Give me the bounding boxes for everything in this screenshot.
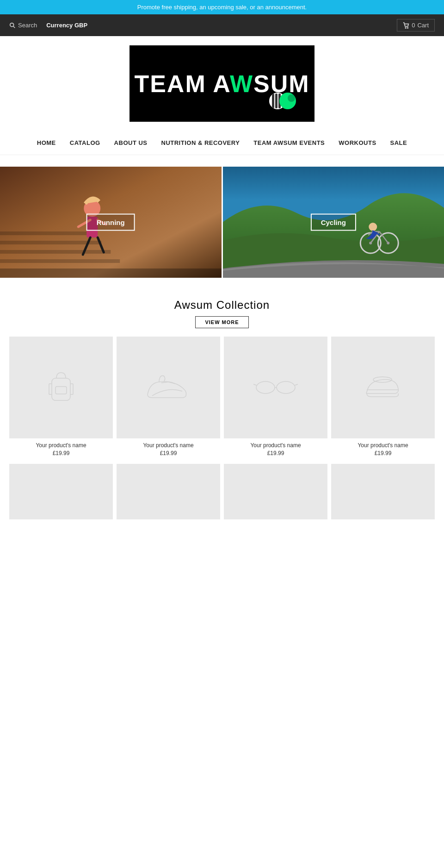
product-image-2 (117, 337, 220, 438)
search-icon (9, 22, 16, 29)
svg-line-50 (295, 384, 298, 385)
svg-point-47 (277, 381, 295, 393)
search-label: Search (18, 22, 37, 29)
product-name-4: Your product's name (333, 442, 432, 449)
product-info-2: Your product's name £19.99 (117, 438, 220, 460)
product-name-2: Your product's name (119, 442, 218, 449)
nav-about[interactable]: ABOUT US (114, 139, 148, 146)
top-nav-left: Search Currency GBP (9, 22, 87, 29)
svg-rect-6 (272, 94, 274, 108)
hero-cycling-label: Cycling (311, 214, 356, 231)
nav-home[interactable]: HOME (37, 139, 56, 146)
svg-line-49 (253, 384, 256, 385)
product-image-1 (9, 337, 113, 438)
hero-running[interactable]: Running (0, 167, 222, 278)
nav-workouts[interactable]: WORKOUTS (339, 139, 376, 146)
view-more-button[interactable]: VIEW MORE (195, 316, 248, 328)
glasses-icon (253, 376, 299, 399)
product-image-4 (331, 337, 435, 438)
svg-rect-15 (0, 250, 111, 254)
logo-area: TEAM AWSUM (0, 36, 444, 131)
announcement-bar: Promote free shipping, an upcoming sale,… (0, 0, 444, 14)
svg-line-1 (13, 26, 15, 28)
collection-title: Awsum Collection (9, 299, 435, 312)
product-price-4: £19.99 (333, 450, 432, 456)
product-card-6[interactable] (117, 464, 220, 519)
svg-rect-14 (0, 241, 101, 244)
svg-rect-7 (275, 94, 278, 108)
product-info-3: Your product's name £19.99 (224, 438, 327, 460)
product-price-2: £19.99 (119, 450, 218, 456)
announcement-text: Promote free shipping, an upcoming sale,… (137, 4, 307, 11)
hero-running-label: Running (86, 214, 135, 231)
svg-point-3 (407, 27, 408, 28)
nav-sale[interactable]: SALE (390, 139, 407, 146)
product-price-1: £19.99 (12, 450, 111, 456)
svg-rect-16 (0, 259, 120, 263)
svg-point-2 (405, 27, 406, 28)
backpack-icon (43, 369, 80, 406)
product-name-1: Your product's name (12, 442, 111, 449)
product-card-7[interactable] (224, 464, 327, 519)
nav-events[interactable]: TEAM AWSUM EVENTS (253, 139, 325, 146)
hero-cycling[interactable]: Cycling (223, 167, 444, 278)
svg-rect-13 (0, 231, 92, 235)
logo-icon (268, 92, 301, 110)
nav-catalog[interactable]: CATALOG (70, 139, 100, 146)
currency-value: GBP (74, 22, 87, 29)
currency-selector[interactable]: Currency GBP (46, 22, 87, 29)
main-nav: HOME CATALOG ABOUT US NUTRITION & RECOVE… (0, 131, 444, 155)
product-card-1[interactable]: Your product's name £19.99 (9, 337, 113, 460)
currency-label: Currency (46, 22, 73, 29)
cap-icon (362, 371, 404, 404)
search-button[interactable]: Search (9, 22, 37, 29)
top-nav: Search Currency GBP 0 Cart (0, 14, 444, 36)
product-card-8[interactable] (331, 464, 435, 519)
cart-button[interactable]: 0 Cart (397, 19, 435, 31)
logo[interactable]: TEAM AWSUM (130, 45, 314, 122)
collection-section: Awsum Collection VIEW MORE Your produ (0, 289, 444, 529)
svg-rect-36 (52, 378, 70, 400)
svg-point-0 (10, 23, 14, 26)
cart-count: 0 (412, 22, 415, 29)
svg-line-44 (161, 382, 168, 383)
svg-rect-37 (56, 387, 67, 394)
product-card-5[interactable] (9, 464, 113, 519)
product-price-3: £19.99 (226, 450, 325, 456)
nav-nutrition[interactable]: NUTRITION & RECOVERY (161, 139, 240, 146)
products-grid: Your product's name £19.99 Your product'… (9, 337, 435, 519)
product-info-4: Your product's name £19.99 (331, 438, 435, 460)
product-image-3 (224, 337, 327, 438)
svg-point-34 (369, 223, 377, 231)
cart-icon (403, 22, 409, 29)
svg-point-46 (256, 381, 275, 393)
hero-section: Running (0, 167, 444, 278)
svg-rect-17 (0, 269, 222, 278)
svg-point-11 (288, 94, 295, 102)
product-name-3: Your product's name (226, 442, 325, 449)
cart-label: Cart (417, 22, 429, 29)
product-card-3[interactable]: Your product's name £19.99 (224, 337, 327, 460)
product-card-2[interactable]: Your product's name £19.99 (117, 337, 220, 460)
shoe-icon (145, 374, 191, 401)
product-info-1: Your product's name £19.99 (9, 438, 113, 460)
product-card-4[interactable]: Your product's name £19.99 (331, 337, 435, 460)
